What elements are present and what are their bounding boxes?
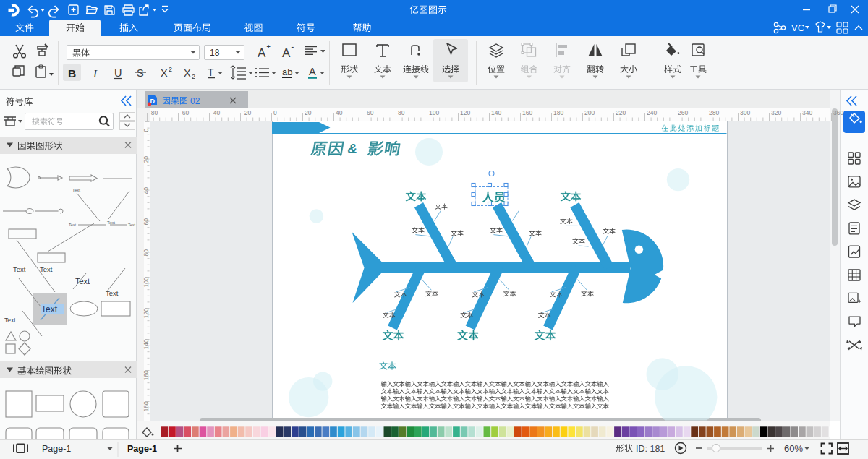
svg-text:X: X bbox=[161, 67, 168, 79]
svg-text:180: 180 bbox=[553, 109, 563, 116]
svg-text:200: 200 bbox=[584, 109, 595, 116]
svg-text:S: S bbox=[137, 67, 144, 79]
svg-text:160: 160 bbox=[142, 370, 150, 380]
svg-text:-80: -80 bbox=[149, 109, 158, 116]
svg-text:120: 120 bbox=[460, 109, 470, 116]
svg-text:60: 60 bbox=[367, 109, 374, 116]
svg-text:Text: Text bbox=[107, 220, 115, 225]
svg-text:140: 140 bbox=[142, 339, 150, 349]
svg-text:260: 260 bbox=[678, 109, 688, 116]
svg-text:B: B bbox=[68, 67, 76, 80]
svg-text:2: 2 bbox=[192, 73, 195, 80]
svg-text:Text: Text bbox=[69, 223, 77, 227]
svg-text:120: 120 bbox=[142, 308, 150, 318]
svg-text:60%: 60% bbox=[784, 443, 803, 454]
svg-text:Text: Text bbox=[40, 265, 53, 273]
svg-text:02: 02 bbox=[190, 96, 200, 106]
svg-text:VC: VC bbox=[791, 22, 804, 33]
svg-text:A: A bbox=[258, 46, 266, 60]
svg-text:160: 160 bbox=[522, 109, 532, 116]
svg-text:180: 180 bbox=[142, 401, 150, 411]
svg-text:2: 2 bbox=[169, 66, 172, 73]
svg-text:0: 0 bbox=[273, 109, 277, 116]
svg-text:Page-1: Page-1 bbox=[127, 444, 157, 454]
svg-text:ID: 181: ID: 181 bbox=[636, 444, 665, 454]
svg-text:Text: Text bbox=[106, 289, 119, 297]
svg-text:18: 18 bbox=[210, 48, 220, 58]
svg-text:80: 80 bbox=[398, 109, 405, 116]
svg-text:280: 280 bbox=[709, 109, 719, 116]
svg-text:220: 220 bbox=[616, 109, 626, 116]
svg-text:100: 100 bbox=[142, 277, 150, 287]
svg-text:300: 300 bbox=[740, 109, 750, 116]
svg-text:Page-1: Page-1 bbox=[42, 444, 71, 454]
svg-text:Text: Text bbox=[72, 188, 80, 192]
svg-text:320: 320 bbox=[771, 109, 781, 116]
svg-text:0: 0 bbox=[142, 129, 150, 132]
svg-text:A: A bbox=[282, 46, 291, 60]
svg-text:40: 40 bbox=[336, 109, 343, 116]
svg-text:+: + bbox=[267, 43, 271, 51]
svg-text:40: 40 bbox=[142, 187, 150, 194]
svg-text:-60: -60 bbox=[180, 109, 190, 116]
svg-text:-: - bbox=[292, 42, 294, 51]
svg-text:A: A bbox=[309, 66, 316, 77]
svg-text:140: 140 bbox=[491, 109, 501, 116]
svg-text:&: & bbox=[348, 141, 357, 156]
svg-text:100: 100 bbox=[429, 109, 439, 116]
svg-text:240: 240 bbox=[647, 109, 657, 116]
svg-text:340: 340 bbox=[802, 109, 812, 116]
svg-text:360: 360 bbox=[833, 109, 843, 116]
svg-text:20: 20 bbox=[305, 109, 312, 116]
svg-text:ab: ab bbox=[282, 67, 292, 77]
svg-text:20: 20 bbox=[142, 156, 150, 163]
svg-text:U: U bbox=[114, 67, 122, 79]
svg-text:80: 80 bbox=[142, 249, 150, 257]
svg-text:Text: Text bbox=[128, 223, 136, 227]
svg-text:T: T bbox=[208, 67, 214, 78]
svg-text:Text: Text bbox=[41, 304, 58, 314]
svg-text:Text: Text bbox=[4, 317, 16, 324]
svg-text:60: 60 bbox=[142, 218, 150, 226]
svg-text:Text: Text bbox=[13, 265, 26, 273]
svg-text:X: X bbox=[184, 67, 191, 79]
svg-text:I: I bbox=[93, 68, 98, 80]
svg-text:-40: -40 bbox=[211, 109, 221, 116]
svg-text:-20: -20 bbox=[242, 109, 252, 116]
